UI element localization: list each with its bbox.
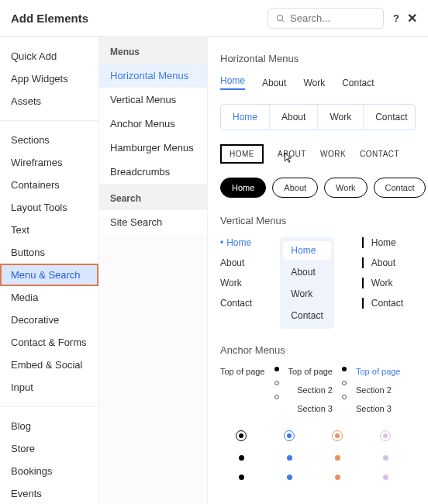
ring-icon (236, 430, 247, 441)
category-item-layout-tools[interactable]: Layout Tools (0, 196, 98, 219)
category-item-assets[interactable]: Assets (0, 90, 98, 112)
category-item-bookings[interactable]: Bookings (0, 460, 98, 482)
anchor-dot (342, 395, 347, 399)
subcategory-item-anchor-menus[interactable]: Anchor Menus (99, 112, 207, 136)
vertical-menu-border[interactable]: Home About Work Contact (362, 237, 403, 329)
category-item-quick-add[interactable]: Quick Add (0, 45, 98, 67)
anchor-dot (342, 381, 347, 385)
dot-icon (383, 475, 388, 480)
svg-line-1 (282, 19, 285, 22)
subheading-menus: Menus (99, 37, 207, 64)
vertical-menu-bullet[interactable]: Home About Work Contact (220, 237, 252, 329)
anchor-dot (274, 395, 279, 399)
category-item-embed-social[interactable]: Embed & Social (0, 354, 98, 376)
search-icon (276, 13, 285, 24)
category-item-media[interactable]: Media (0, 286, 98, 309)
dot-icon (287, 455, 292, 461)
category-item-input[interactable]: Input (0, 376, 98, 399)
vertical-menu-card[interactable]: Home About Work Contact (280, 237, 333, 329)
dot-icon (335, 475, 340, 480)
category-item-app-widgets[interactable]: App Widgets (0, 67, 98, 90)
horizontal-menu-underline[interactable]: Home About Work Contact (220, 75, 416, 90)
section-vertical-menus: Vertical Menus (220, 215, 416, 226)
anchor-menu-text[interactable]: Top of page Top of page Section 2 Sectio… (220, 367, 416, 413)
dot-icon (239, 475, 244, 480)
preview-pane: Horizontal Menus Home About Work Contact… (208, 37, 428, 504)
category-item-wireframes[interactable]: Wireframes (0, 151, 98, 174)
dot-icon (335, 455, 340, 461)
subcategory-item-site-search[interactable]: Site Search (99, 210, 207, 234)
svg-point-0 (278, 15, 283, 20)
subheading-search: Search (99, 184, 207, 210)
panel-title: Add Elements (11, 12, 268, 25)
subcategory-sidebar: Menus Horizontal MenusVertical MenusAnch… (99, 37, 208, 504)
horizontal-menu-outline[interactable]: HOME ABOUT WORK CONTACT (220, 144, 416, 164)
category-item-sections[interactable]: Sections (0, 129, 98, 151)
ring-icon (380, 430, 391, 441)
horizontal-menu-pills[interactable]: Home About Work Contact (220, 178, 416, 198)
search-box[interactable] (268, 8, 384, 29)
category-item-blog[interactable]: Blog (0, 415, 98, 437)
anchor-menu-dots[interactable] (239, 475, 416, 480)
subcategory-item-breadcrumbs[interactable]: Breadcrumbs (99, 160, 207, 184)
horizontal-menu-boxed[interactable]: Home About Work Contact (220, 104, 416, 130)
section-anchor-menus: Anchor Menus (220, 344, 416, 356)
anchor-dot (274, 381, 279, 385)
section-horizontal-menus: Horizontal Menus (220, 53, 416, 64)
subcategory-item-horizontal-menus[interactable]: Horizontal Menus (99, 64, 207, 88)
dot-icon (287, 475, 292, 480)
category-item-menu-search[interactable]: Menu & Search (0, 264, 98, 286)
dot-icon (383, 455, 388, 461)
category-item-store[interactable]: Store (0, 437, 98, 460)
category-item-contact-forms[interactable]: Contact & Forms (0, 331, 98, 354)
category-item-events[interactable]: Events (0, 482, 98, 504)
close-icon[interactable]: ✕ (407, 11, 417, 26)
category-item-decorative[interactable]: Decorative (0, 309, 98, 331)
subcategory-item-vertical-menus[interactable]: Vertical Menus (99, 88, 207, 112)
anchor-dot-active (274, 367, 279, 371)
category-item-containers[interactable]: Containers (0, 174, 98, 196)
category-item-buttons[interactable]: Buttons (0, 241, 98, 264)
subcategory-item-hamburger-menus[interactable]: Hamburger Menus (99, 136, 207, 160)
search-input[interactable] (290, 12, 375, 24)
category-sidebar: Quick AddApp WidgetsAssets SectionsWiref… (0, 37, 99, 504)
anchor-dot-active (342, 367, 347, 371)
ring-icon (332, 430, 343, 441)
help-icon[interactable]: ? (393, 12, 399, 24)
anchor-menu-rings[interactable] (236, 430, 416, 441)
category-item-text[interactable]: Text (0, 219, 98, 241)
dot-icon (239, 455, 244, 461)
ring-icon (284, 430, 295, 441)
anchor-menu-dots[interactable] (239, 455, 416, 461)
